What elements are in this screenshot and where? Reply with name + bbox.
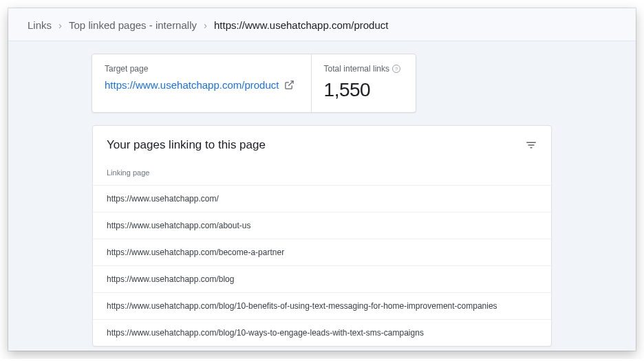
svg-line-0 [289, 81, 294, 86]
summary-card: Target page https://www.usehatchapp.com/… [92, 54, 416, 113]
table-row[interactable]: https://www.usehatchapp.com/become-a-par… [93, 239, 551, 265]
list-header: Your pages linking to this page [93, 126, 551, 159]
content-area: Target page https://www.usehatchapp.com/… [8, 41, 636, 347]
table-row[interactable]: https://www.usehatchapp.com/blog/10-ways… [93, 319, 551, 346]
table-row[interactable]: https://www.usehatchapp.com/ [93, 185, 551, 212]
help-icon[interactable]: ? [392, 65, 400, 73]
chevron-right-icon: › [58, 19, 62, 31]
app-frame: Links › Top linked pages - internally › … [8, 8, 636, 351]
total-links-label: Total internal links ? [324, 64, 400, 74]
target-page-link[interactable]: https://www.usehatchapp.com/product [105, 79, 299, 91]
table-row[interactable]: https://www.usehatchapp.com/blog/10-bene… [93, 292, 551, 319]
total-links-cell: Total internal links ? 1,550 [312, 54, 416, 112]
chevron-right-icon: › [204, 19, 207, 31]
filter-icon[interactable] [525, 139, 537, 151]
target-page-cell: Target page https://www.usehatchapp.com/… [92, 54, 312, 112]
target-page-label: Target page [105, 64, 299, 74]
table-row[interactable]: https://www.usehatchapp.com/about-us [93, 212, 551, 239]
breadcrumb-links[interactable]: Links [28, 19, 52, 31]
breadcrumb: Links › Top linked pages - internally › … [8, 8, 636, 41]
list-title: Your pages linking to this page [107, 138, 266, 152]
table-row[interactable]: https://www.usehatchapp.com/blog [93, 265, 551, 292]
total-links-label-text: Total internal links [324, 64, 389, 74]
linking-pages-card: Your pages linking to this page Linking … [92, 125, 552, 347]
total-links-value: 1,550 [324, 79, 400, 101]
column-header-linking-page: Linking page [93, 159, 551, 185]
breadcrumb-current: https://www.usehatchapp.com/product [214, 19, 388, 31]
open-external-icon [284, 80, 294, 90]
breadcrumb-top-linked[interactable]: Top linked pages - internally [69, 19, 197, 31]
target-url-text: https://www.usehatchapp.com/product [105, 79, 279, 91]
